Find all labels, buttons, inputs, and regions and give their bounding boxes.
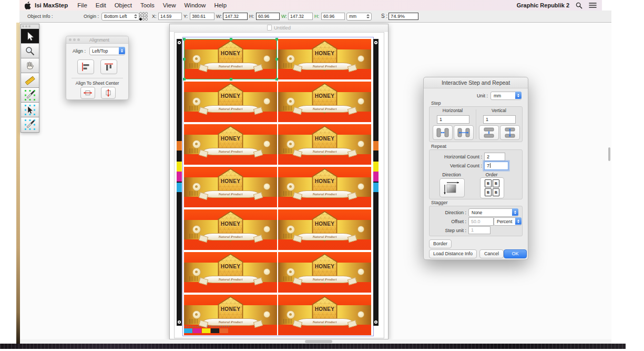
apple-icon[interactable] xyxy=(25,2,32,9)
alignment-titlebar[interactable]: Alignment xyxy=(66,36,128,44)
offset-unit-select[interactable]: Percent xyxy=(494,217,522,226)
honey-label[interactable]: HONEY Natural Product xyxy=(278,82,371,122)
repeat-order-button[interactable]: B B B B xyxy=(480,177,504,198)
step-v-center-button[interactable] xyxy=(500,125,520,140)
tools-palette xyxy=(21,24,39,133)
cursor-arrow-icon xyxy=(25,31,35,42)
y-field[interactable]: 380.61 xyxy=(190,13,214,20)
cancel-button[interactable]: Cancel xyxy=(479,249,504,258)
step-v-gap-button[interactable] xyxy=(479,125,499,140)
align-top-button[interactable] xyxy=(100,59,117,74)
horizontal-scrollbar-thumb[interactable] xyxy=(305,340,332,343)
step-unit-field[interactable]: 1 xyxy=(468,226,490,234)
dialog-titlebar[interactable]: Interactive Step and Repeat xyxy=(424,77,528,88)
honey-label[interactable]: HONEY Natural Product xyxy=(278,295,371,335)
print-w-field[interactable]: 147.32 xyxy=(288,13,313,20)
align-mode-select[interactable]: Left/Top xyxy=(89,47,125,55)
honey-label[interactable]: HONEY Natural Product xyxy=(184,252,277,293)
label-title: HONEY xyxy=(312,264,338,269)
knife-tool[interactable] xyxy=(21,88,39,103)
menu-view[interactable]: View xyxy=(163,2,176,8)
label-barcode xyxy=(189,234,199,238)
menu-edit[interactable]: Edit xyxy=(96,2,106,8)
h-gap-icon xyxy=(435,127,451,138)
center-horizontal-button[interactable] xyxy=(80,87,95,99)
cmyk-color-bar xyxy=(184,328,228,333)
origin-point-bottom-left[interactable] xyxy=(139,18,142,21)
load-distance-info-button[interactable]: Load Distance Info xyxy=(429,249,477,258)
repeat-direction-button[interactable] xyxy=(439,178,465,197)
honey-label[interactable]: HONEY Natural Product xyxy=(278,39,371,79)
menu-bar: Isi MaxStep File Edit Object Tools View … xyxy=(19,0,602,11)
step-vertical-field[interactable]: 1 xyxy=(483,115,516,124)
color-bar-patch xyxy=(220,328,228,333)
tools-palette-titlebar[interactable] xyxy=(21,24,39,29)
origin-point-grid[interactable] xyxy=(139,12,148,21)
stagger-direction-select[interactable]: None xyxy=(468,208,518,217)
ruler-tool[interactable] xyxy=(21,73,39,88)
unit-select[interactable]: mm xyxy=(490,92,522,100)
zoom-tool[interactable] xyxy=(21,44,39,58)
step-h-gap-button[interactable] xyxy=(433,125,453,140)
pick-object-tool[interactable] xyxy=(21,103,39,117)
honey-label[interactable]: HONEY Natural Product xyxy=(184,39,277,79)
menu-window[interactable]: Window xyxy=(184,2,206,8)
step-horizontal-field[interactable]: 1 xyxy=(437,115,469,124)
document-icon xyxy=(267,25,272,31)
app-name[interactable]: Isi MaxStep xyxy=(35,2,68,8)
h-count-field[interactable]: 2 xyxy=(484,153,505,161)
hand-tool[interactable] xyxy=(21,58,39,73)
honey-label[interactable]: HONEY Natural Product xyxy=(278,124,371,165)
label-barcode xyxy=(283,148,293,153)
honey-label[interactable]: HONEY Natural Product xyxy=(278,167,371,207)
search-icon[interactable] xyxy=(576,2,582,9)
knife-cyan-marks-icon xyxy=(24,119,36,131)
v-count-field[interactable]: 7 xyxy=(484,162,508,170)
origin-select[interactable]: Bottom Left xyxy=(101,13,139,21)
label-barcode xyxy=(283,106,293,111)
honey-label[interactable]: HONEY Natural Product xyxy=(278,209,371,250)
label-subtitle: Natural Product xyxy=(219,192,243,196)
ok-button[interactable]: OK xyxy=(504,249,527,258)
h-field[interactable]: 60.96 xyxy=(256,13,280,20)
offset-field[interactable]: 50.0 xyxy=(468,217,494,226)
honey-label[interactable]: HONEY Natural Product xyxy=(184,124,277,165)
label-title: HONEY xyxy=(312,178,338,184)
label-stamp-badge xyxy=(263,311,270,318)
step-h-center-button[interactable] xyxy=(454,125,474,140)
w-field[interactable]: 147.32 xyxy=(223,13,248,20)
control-strip-patch xyxy=(177,183,182,192)
menu-tools[interactable]: Tools xyxy=(140,2,155,8)
menu-file[interactable]: File xyxy=(77,2,87,8)
label-barcode xyxy=(189,63,199,68)
control-strip-patch xyxy=(373,141,379,151)
honey-label[interactable]: HONEY Natural Product xyxy=(278,252,371,293)
label-seal-badge xyxy=(287,55,295,63)
step-group-label: Step xyxy=(431,101,441,106)
document-window: Untitled HONEY Natural Product xyxy=(169,24,389,339)
center-vertical-button[interactable] xyxy=(101,87,116,99)
unit-select[interactable]: mm xyxy=(346,13,372,21)
menu-object[interactable]: Object xyxy=(115,2,132,8)
order-label: Order xyxy=(480,172,503,177)
honey-label[interactable]: HONEY Natural Product xyxy=(184,209,277,250)
list-icon[interactable] xyxy=(589,2,597,8)
vertical-scrollbar-thumb[interactable] xyxy=(608,147,610,161)
print-h-field[interactable]: 60.96 xyxy=(321,13,345,20)
honey-label[interactable]: HONEY Natural Product xyxy=(184,82,277,122)
label-stamp-badge xyxy=(357,268,364,275)
stepper-icon xyxy=(119,47,125,54)
h-label: H: xyxy=(249,14,254,19)
label-subtitle: Natural Product xyxy=(219,149,243,154)
window-controls[interactable] xyxy=(66,38,80,41)
document-titlebar[interactable]: Untitled xyxy=(170,24,388,32)
label-title: HONEY xyxy=(312,51,338,56)
honey-label[interactable]: HONEY Natural Product xyxy=(184,167,277,207)
x-field[interactable]: 14.59 xyxy=(158,13,182,20)
selection-tool[interactable] xyxy=(21,29,39,44)
cut-object-tool[interactable] xyxy=(21,117,39,132)
border-button[interactable]: Border xyxy=(429,239,452,248)
align-left-button[interactable] xyxy=(77,59,94,74)
scale-field[interactable]: 74.9% xyxy=(389,13,418,20)
menu-help[interactable]: Help xyxy=(214,2,227,8)
